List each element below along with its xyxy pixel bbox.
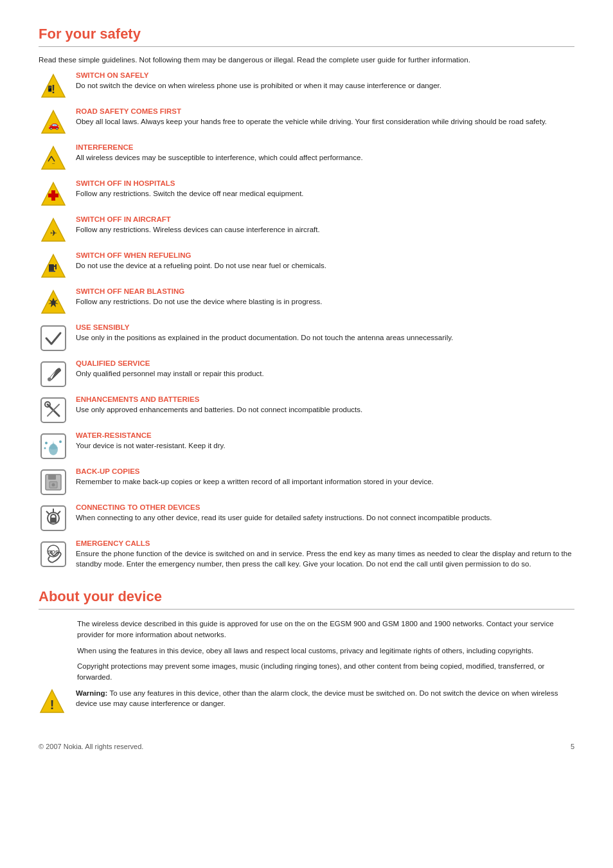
safety-item-backup: BACK-UP COPIES Remember to make back-up … xyxy=(39,467,574,497)
svg-rect-11 xyxy=(48,194,58,197)
for-safety-section: For your safety Read these simple guidel… xyxy=(39,26,574,569)
safety-body-aircraft: Follow any restrictions. Wireless device… xyxy=(76,224,574,235)
about-device-title: About your device xyxy=(39,588,574,605)
safety-body-interference: All wireless devices may be susceptible … xyxy=(76,152,574,163)
phone-warning-icon: ! 📱 xyxy=(39,71,68,101)
safety-body-road-safety: Obey all local laws. Always keep your ha… xyxy=(76,116,574,127)
svg-rect-35 xyxy=(48,475,56,480)
svg-point-31 xyxy=(59,440,62,443)
connect-icon xyxy=(39,503,68,533)
safety-content-connecting: CONNECTING TO OTHER DEVICES When connect… xyxy=(76,503,574,523)
safety-content-emergency: EMERGENCY CALLS Ensure the phone functio… xyxy=(76,539,574,569)
safety-body-connecting: When connecting to any other device, rea… xyxy=(76,512,574,523)
safety-item-aircraft: ✈ SWITCH OFF IN AIRCRAFT Follow any rest… xyxy=(39,215,574,245)
safety-content-hospitals: SWITCH OFF IN HOSPITALS Follow any restr… xyxy=(76,179,574,199)
water-icon xyxy=(39,431,68,461)
svg-text:✈: ✈ xyxy=(50,228,57,238)
svg-text:!: ! xyxy=(50,698,55,712)
for-safety-divider xyxy=(39,46,574,47)
sos-icon: SOS xyxy=(39,539,68,569)
safety-heading-use-sensibly: USE SENSIBLY xyxy=(76,323,574,331)
about-device-body: The wireless device described in this gu… xyxy=(39,619,574,716)
interference-warning-icon: ~ xyxy=(39,143,68,173)
safety-content-water: WATER-RESISTANCE Your device is not wate… xyxy=(76,431,574,451)
safety-content-refueling: SWITCH OFF WHEN REFUELING Do not use the… xyxy=(76,251,574,271)
safety-heading-refueling: SWITCH OFF WHEN REFUELING xyxy=(76,251,574,259)
wrench2-icon xyxy=(39,395,68,425)
about-warning-row: ! Warning: To use any features in this d… xyxy=(39,688,574,717)
safety-items-list: ! 📱 SWITCH ON SAFELY Do not switch the d… xyxy=(39,71,574,569)
page-footer: © 2007 Nokia. All rights reserved. 5 xyxy=(39,743,574,750)
safety-item-road-safety: 🚗 ROAD SAFETY COMES FIRST Obey all local… xyxy=(39,107,574,137)
aircraft-warning-icon: ✈ xyxy=(39,215,68,245)
safety-item-switch-on-safely: ! 📱 SWITCH ON SAFELY Do not switch the d… xyxy=(39,71,574,101)
about-warning-triangle-icon: ! xyxy=(39,688,68,717)
svg-text:~: ~ xyxy=(52,161,55,167)
safety-item-refueling: SWITCH OFF WHEN REFUELING Do not use the… xyxy=(39,251,574,281)
about-warning-text: Warning: To use any features in this dev… xyxy=(76,688,574,709)
safety-item-emergency: SOS EMERGENCY CALLS Ensure the phone fun… xyxy=(39,539,574,569)
safety-body-blasting: Follow any restrictions. Do not use the … xyxy=(76,296,574,307)
safety-content-enhancements: ENHANCEMENTS AND BATTERIES Use only appr… xyxy=(76,395,574,415)
safety-item-qualified-service: QUALIFIED SERVICE Only qualified personn… xyxy=(39,359,574,389)
svg-point-37 xyxy=(52,484,55,487)
about-para-2: When using the features in this device, … xyxy=(77,646,574,656)
checkmark-icon xyxy=(39,323,68,353)
svg-line-41 xyxy=(46,511,49,514)
safety-heading-interference: INTERFERENCE xyxy=(76,143,574,151)
about-warning-label: Warning: xyxy=(76,689,107,697)
svg-point-32 xyxy=(44,448,46,449)
safety-body-backup: Remember to make back-up copies or keep … xyxy=(76,476,574,487)
safety-item-connecting: CONNECTING TO OTHER DEVICES When connect… xyxy=(39,503,574,533)
safety-heading-aircraft: SWITCH OFF IN AIRCRAFT xyxy=(76,215,574,223)
safety-item-enhancements: ENHANCEMENTS AND BATTERIES Use only appr… xyxy=(39,395,574,425)
about-para-1: The wireless device described in this gu… xyxy=(77,619,574,640)
safety-content-backup: BACK-UP COPIES Remember to make back-up … xyxy=(76,467,574,487)
svg-point-30 xyxy=(45,442,48,444)
safety-content-blasting: SWITCH OFF NEAR BLASTING Follow any rest… xyxy=(76,287,574,307)
svg-point-23 xyxy=(48,377,51,381)
hospital-warning-icon xyxy=(39,179,68,209)
safety-content-interference: INTERFERENCE All wireless devices may be… xyxy=(76,143,574,163)
svg-rect-22 xyxy=(41,362,66,386)
about-device-divider xyxy=(39,609,574,610)
safety-content-aircraft: SWITCH OFF IN AIRCRAFT Follow any restri… xyxy=(76,215,574,235)
safety-heading-qualified-service: QUALIFIED SERVICE xyxy=(76,359,574,367)
about-para-3: Copyright protections may prevent some i… xyxy=(77,661,574,682)
safety-content-switch-on-safely: SWITCH ON SAFELY Do not switch the devic… xyxy=(76,71,574,91)
safety-heading-switch-on-safely: SWITCH ON SAFELY xyxy=(76,71,574,79)
car-warning-icon: 🚗 xyxy=(39,107,68,137)
safety-item-water: WATER-RESISTANCE Your device is not wate… xyxy=(39,431,574,461)
safety-content-qualified-service: QUALIFIED SERVICE Only qualified personn… xyxy=(76,359,574,379)
safety-body-hospitals: Follow any restrictions. Switch the devi… xyxy=(76,188,574,199)
safety-body-enhancements: Use only approved enhancements and batte… xyxy=(76,404,574,415)
safety-body-use-sensibly: Use only in the positions as explained i… xyxy=(76,332,574,343)
svg-text:📱: 📱 xyxy=(46,85,54,93)
safety-heading-backup: BACK-UP COPIES xyxy=(76,467,574,475)
safety-heading-blasting: SWITCH OFF NEAR BLASTING xyxy=(76,287,574,295)
safety-body-emergency: Ensure the phone function of the device … xyxy=(76,548,574,569)
footer-copyright: © 2007 Nokia. All rights reserved. xyxy=(39,743,143,750)
safety-heading-hospitals: SWITCH OFF IN HOSPITALS xyxy=(76,179,574,187)
svg-rect-18 xyxy=(49,271,55,272)
safety-content-use-sensibly: USE SENSIBLY Use only in the positions a… xyxy=(76,323,574,343)
safety-item-interference: ~ INTERFERENCE All wireless devices may … xyxy=(39,143,574,173)
safety-body-water: Your device is not water-resistant. Keep… xyxy=(76,440,574,451)
safety-content-road-safety: ROAD SAFETY COMES FIRST Obey all local l… xyxy=(76,107,574,127)
safety-body-refueling: Do not use the device at a refueling poi… xyxy=(76,260,574,271)
footer-page-number: 5 xyxy=(571,743,574,750)
svg-rect-17 xyxy=(55,264,57,269)
svg-line-42 xyxy=(57,511,60,514)
refuel-warning-icon xyxy=(39,251,68,281)
blasting-warning-icon xyxy=(39,287,68,317)
wrench-icon xyxy=(39,359,68,389)
safety-item-hospitals: SWITCH OFF IN HOSPITALS Follow any restr… xyxy=(39,179,574,209)
safety-heading-water: WATER-RESISTANCE xyxy=(76,431,574,439)
svg-rect-43 xyxy=(50,518,57,523)
safety-heading-enhancements: ENHANCEMENTS AND BATTERIES xyxy=(76,395,574,403)
for-safety-title: For your safety xyxy=(39,26,574,42)
safety-body-switch-on-safely: Do not switch the device on when wireles… xyxy=(76,80,574,91)
safety-item-use-sensibly: USE SENSIBLY Use only in the positions a… xyxy=(39,323,574,353)
svg-rect-21 xyxy=(41,326,66,350)
about-warning-body: To use any features in this device, othe… xyxy=(76,689,558,708)
